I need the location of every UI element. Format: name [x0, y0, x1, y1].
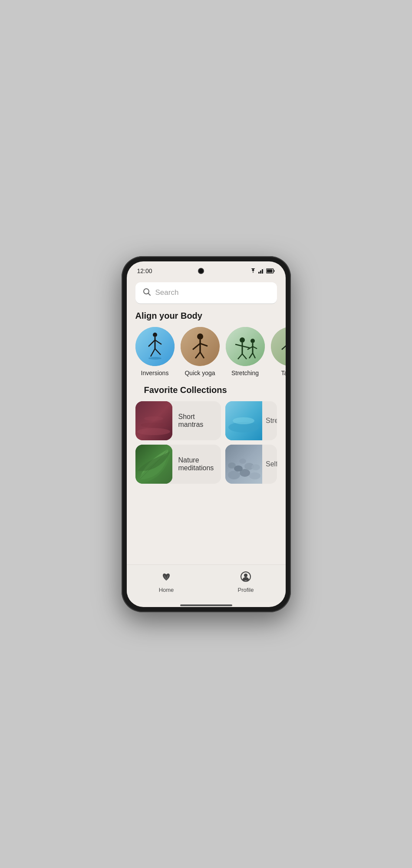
- svg-point-60: [239, 459, 246, 464]
- home-icon: [161, 571, 172, 585]
- svg-point-58: [228, 462, 236, 469]
- body-label-inversions: Inversions: [141, 370, 169, 376]
- search-bar[interactable]: Search: [135, 282, 277, 304]
- svg-point-25: [240, 337, 245, 343]
- collection-label-nature-meditations: Nature meditations: [172, 456, 221, 472]
- status-bar: 12:00: [127, 261, 286, 278]
- body-circle-stretching: [226, 327, 265, 366]
- nav-item-profile[interactable]: Profile: [228, 571, 263, 593]
- svg-point-62: [244, 574, 247, 577]
- collection-card-self-partial[interactable]: Self…: [225, 445, 277, 484]
- svg-rect-6: [274, 270, 275, 272]
- collection-card-stress-partial[interactable]: Stre…: [225, 401, 277, 440]
- collection-label-stress: Stre…: [262, 417, 277, 425]
- body-item-stretching[interactable]: Stretching: [226, 327, 265, 376]
- align-body-section: Align your Body: [127, 311, 286, 376]
- svg-point-50: [233, 417, 254, 424]
- svg-rect-0: [258, 272, 260, 274]
- wifi-icon: [250, 268, 257, 274]
- svg-point-10: [153, 333, 157, 337]
- body-circle-tabata: [271, 327, 286, 366]
- body-label-quick-yoga: Quick yoga: [185, 370, 215, 376]
- collection-label-short-mantras: Short mantras: [172, 413, 221, 429]
- home-indicator: [180, 604, 232, 606]
- svg-rect-5: [267, 269, 273, 272]
- profile-icon: [240, 571, 251, 585]
- battery-icon: [266, 268, 275, 274]
- body-circle-inversions: [135, 327, 175, 366]
- collection-label-self: Self…: [262, 460, 277, 468]
- bottom-nav: Home Profile: [127, 564, 286, 602]
- profile-label: Profile: [238, 587, 254, 593]
- svg-rect-2: [262, 269, 263, 274]
- align-body-title: Align your Body: [127, 311, 286, 327]
- phone-screen: 12:00: [127, 261, 286, 607]
- collections-grid: Short mantras: [135, 401, 277, 484]
- svg-rect-1: [260, 271, 261, 274]
- body-label-stretching: Stretching: [231, 370, 259, 376]
- body-item-inversions[interactable]: Inversions: [135, 327, 175, 376]
- svg-point-55: [249, 472, 260, 479]
- collections-section: Favorite Collections: [127, 385, 286, 484]
- status-icons: [250, 268, 275, 274]
- camera-notch: [198, 268, 204, 274]
- body-item-quick-yoga[interactable]: Quick yoga: [181, 327, 220, 376]
- svg-point-45: [137, 428, 170, 435]
- svg-point-47: [144, 416, 163, 421]
- svg-rect-3: [264, 268, 264, 274]
- collection-thumb-nature: [135, 445, 172, 484]
- body-items-list[interactable]: Inversions: [127, 327, 286, 376]
- search-icon: [142, 287, 151, 298]
- phone-frame: 12:00: [122, 256, 291, 612]
- svg-point-31: [250, 339, 255, 343]
- collection-thumb-self: [225, 445, 262, 484]
- svg-point-18: [197, 333, 203, 340]
- body-item-tabata[interactable]: Tabata: [271, 327, 286, 376]
- svg-point-46: [141, 422, 167, 428]
- body-label-tabata: Tabata: [281, 370, 285, 376]
- collections-title: Favorite Collections: [135, 385, 277, 401]
- svg-point-53: [228, 471, 240, 479]
- home-label: Home: [159, 587, 174, 593]
- collection-card-short-mantras[interactable]: Short mantras: [135, 401, 221, 440]
- signal-icon: [258, 268, 264, 274]
- search-placeholder: Search: [155, 288, 179, 297]
- status-time: 12:00: [137, 267, 152, 274]
- collection-thumb-stress: [225, 401, 262, 440]
- svg-point-16: [148, 357, 162, 360]
- scroll-content[interactable]: Search Align your Body: [127, 278, 286, 564]
- collection-card-nature-meditations[interactable]: Nature meditations: [135, 445, 221, 484]
- collection-thumb-short-mantras: [135, 401, 172, 440]
- svg-point-59: [251, 464, 260, 470]
- search-container: Search: [127, 278, 286, 311]
- svg-point-37: [271, 327, 286, 366]
- nav-item-home[interactable]: Home: [149, 571, 184, 593]
- svg-line-8: [148, 293, 150, 295]
- body-circle-quick-yoga: [181, 327, 220, 366]
